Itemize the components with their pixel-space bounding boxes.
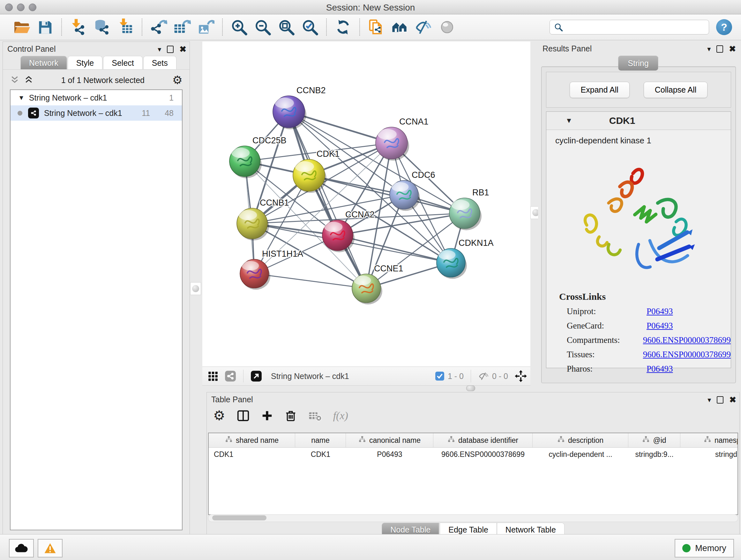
tab-sets[interactable]: Sets [143, 56, 177, 70]
column-header[interactable]: @id [628, 433, 680, 447]
gene-collapse-icon[interactable]: ▼ [565, 117, 572, 125]
gene-header[interactable]: ▼ CDK1 [546, 112, 731, 130]
add-column-icon[interactable] [261, 410, 273, 422]
tab-string[interactable]: String [618, 56, 658, 71]
network-share-icon[interactable] [225, 370, 236, 382]
network-row-selected[interactable]: String Network – cdk1 11 48 [10, 105, 182, 121]
refresh-button[interactable] [333, 17, 353, 37]
float-results-icon[interactable]: ▾ [707, 45, 711, 53]
import-table-file-button[interactable] [116, 17, 135, 37]
network-edge[interactable] [254, 273, 366, 288]
crosslink-label: GeneCard: [559, 321, 647, 331]
tab-network[interactable]: Network [20, 56, 67, 70]
string-network-button[interactable] [366, 17, 386, 37]
selected-checkbox-icon[interactable] [435, 371, 445, 381]
table-cell[interactable]: P06493 [346, 448, 433, 461]
network-options-gear-icon[interactable]: ⚙ [172, 74, 183, 86]
string-glass-ball-button[interactable] [437, 17, 457, 37]
table-cell[interactable]: CDK1 [295, 448, 346, 461]
table-cell[interactable]: stringdb [680, 448, 738, 461]
network-node-CCNB2[interactable]: CCNB2 [273, 85, 326, 129]
zoom-in-button[interactable] [229, 17, 249, 37]
zoom-selected-button[interactable] [300, 17, 320, 37]
close-results-icon[interactable]: ✖ [729, 44, 736, 54]
zoom-out-button[interactable] [253, 17, 273, 37]
network-node-CCNE1[interactable]: CCNE1 [352, 264, 403, 304]
column-header[interactable]: canonical name [346, 433, 433, 447]
collection-expand-icon[interactable]: ▼ [18, 94, 24, 102]
table-horizontal-scrollbar[interactable] [208, 514, 738, 522]
birds-eye-view-icon[interactable] [515, 370, 527, 382]
node-label-CDC25B: CDC25B [253, 136, 286, 145]
expand-all-networks-icon[interactable] [24, 75, 33, 85]
crosslink-link[interactable]: 9606.ENSP00000378699 [643, 350, 731, 360]
network-edge[interactable] [289, 112, 366, 288]
network-node-HIST1H1A[interactable]: HIST1H1A [240, 249, 303, 290]
float-table-icon[interactable]: ▾ [708, 396, 711, 404]
undock-results-icon[interactable] [717, 45, 723, 53]
crosslink-link[interactable]: P06493 [647, 307, 673, 316]
export-table-button[interactable] [172, 17, 192, 37]
column-header[interactable]: description [533, 433, 628, 447]
network-node-CDKN1A[interactable]: CDKN1A [436, 238, 494, 279]
open-session-button[interactable] [11, 17, 31, 37]
table-cell[interactable]: stringdb:9... [628, 448, 680, 461]
column-header[interactable]: database identifier [433, 433, 533, 447]
table-cell[interactable]: CDK1 [209, 448, 295, 461]
string-hide-structures-button[interactable] [414, 17, 433, 37]
show-grid-icon[interactable] [207, 371, 218, 381]
left-splitter-handle[interactable] [190, 282, 201, 295]
string-home-button[interactable] [390, 17, 410, 37]
network-edge[interactable] [338, 235, 451, 263]
delete-column-icon[interactable] [285, 410, 297, 422]
network-node-CCNB1[interactable]: CCNB1 [237, 198, 289, 240]
crosslink-link[interactable]: 9606.ENSP00000378699 [643, 335, 731, 345]
close-panel-icon[interactable]: ✖ [179, 44, 186, 54]
warnings-button[interactable] [38, 539, 63, 557]
node-label-CCNE1: CCNE1 [374, 264, 403, 273]
horizontal-splitter-handle[interactable] [466, 385, 475, 391]
close-table-icon[interactable]: ✖ [729, 395, 736, 405]
export-network-button[interactable] [149, 17, 169, 37]
column-header[interactable]: shared name [209, 433, 295, 447]
undock-panel-icon[interactable] [167, 46, 174, 53]
crosslink-link[interactable]: P06493 [647, 321, 673, 331]
memory-button[interactable]: Memory [675, 539, 734, 557]
network-collection-row[interactable]: ▼ String Network – cdk1 1 [10, 90, 182, 105]
column-header[interactable]: namespace [680, 433, 738, 447]
network-node-CDK1[interactable]: CDK1 [293, 149, 340, 193]
table-cell[interactable]: cyclin-dependent ... [533, 448, 628, 461]
table-row[interactable]: CDK1CDK1P064939606.ENSP00000378699cyclin… [209, 448, 738, 461]
column-header[interactable]: name [295, 433, 346, 447]
network-edge[interactable] [309, 175, 465, 213]
crosslink-label: Compartments: [559, 335, 643, 345]
crosslink-link[interactable]: P06493 [647, 364, 673, 374]
save-session-button[interactable] [35, 17, 55, 37]
search-input[interactable] [549, 20, 709, 35]
search-box[interactable] [549, 20, 709, 35]
network-node-RB1[interactable]: RB1 [449, 188, 489, 230]
collapse-all-networks-icon[interactable] [10, 75, 19, 85]
network-node-CCNA1[interactable]: CCNA1 [376, 117, 428, 161]
table-cell[interactable]: 9606.ENSP00000378699 [433, 448, 533, 461]
undock-table-icon[interactable] [717, 396, 724, 403]
network-canvas[interactable]: CCNB2 CCNA1 CDC25B CDK1 CDC6 RB1 [202, 42, 530, 367]
tab-style[interactable]: Style [68, 56, 103, 70]
graphics-details-icon[interactable] [251, 370, 262, 382]
table-panel-title: Table Panel [211, 395, 253, 404]
help-button[interactable]: ? [716, 19, 732, 35]
cloud-button[interactable] [9, 539, 34, 557]
show-columns-icon[interactable] [237, 409, 250, 422]
hidden-eye-icon[interactable] [478, 371, 489, 381]
import-network-file-button[interactable] [68, 17, 88, 37]
zoom-fit-button[interactable] [276, 17, 296, 37]
export-image-button[interactable] [196, 17, 216, 37]
expand-all-button[interactable]: Expand All [569, 82, 630, 98]
table-options-gear-icon[interactable]: ⚙ [213, 409, 225, 422]
scrollbar-thumb[interactable] [212, 515, 266, 520]
float-panel-icon[interactable]: ▾ [158, 45, 161, 54]
collapse-all-button[interactable]: Collapse All [644, 82, 708, 98]
import-network-database-button[interactable] [92, 17, 112, 37]
tab-select[interactable]: Select [103, 56, 142, 70]
string-results-container: Expand All Collapse All ▼ CDK1 cyclin-de… [541, 66, 736, 383]
